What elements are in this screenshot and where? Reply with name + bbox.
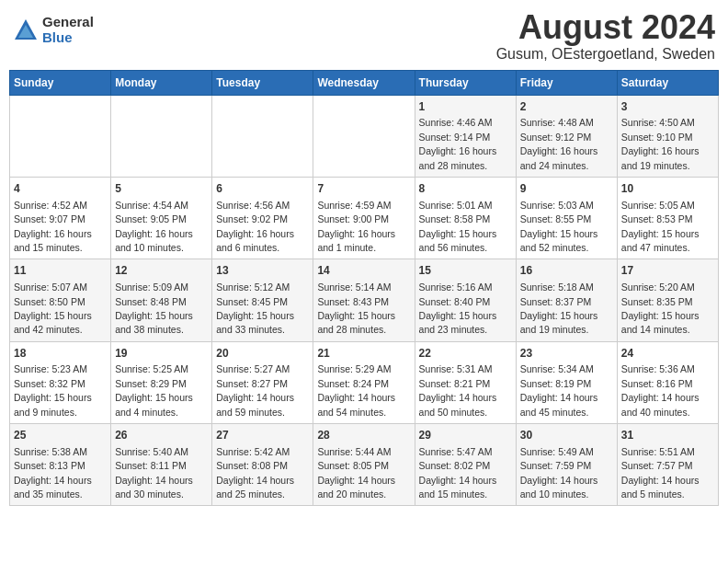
day-info: Sunrise: 5:03 AM Sunset: 8:55 PM Dayligh…: [520, 200, 598, 253]
calendar-cell: 24Sunrise: 5:36 AM Sunset: 8:16 PM Dayli…: [617, 341, 718, 423]
day-number: 10: [621, 181, 714, 197]
week-row-5: 25Sunrise: 5:38 AM Sunset: 8:13 PM Dayli…: [10, 424, 719, 506]
day-number: 4: [14, 181, 107, 197]
calendar-cell: 25Sunrise: 5:38 AM Sunset: 8:13 PM Dayli…: [10, 424, 111, 506]
day-number: 5: [115, 181, 208, 197]
calendar-cell: [212, 95, 313, 177]
day-info: Sunrise: 5:40 AM Sunset: 8:11 PM Dayligh…: [115, 446, 193, 500]
calendar-cell: 21Sunrise: 5:29 AM Sunset: 8:24 PM Dayli…: [313, 341, 415, 423]
day-info: Sunrise: 5:05 AM Sunset: 8:53 PM Dayligh…: [621, 200, 700, 253]
calendar-cell: 10Sunrise: 5:05 AM Sunset: 8:53 PM Dayli…: [617, 177, 718, 259]
week-row-3: 11Sunrise: 5:07 AM Sunset: 8:50 PM Dayli…: [10, 259, 719, 341]
day-info: Sunrise: 5:20 AM Sunset: 8:35 PM Dayligh…: [621, 282, 700, 335]
day-info: Sunrise: 5:42 AM Sunset: 8:08 PM Dayligh…: [216, 446, 294, 500]
day-info: Sunrise: 4:59 AM Sunset: 9:00 PM Dayligh…: [317, 200, 395, 253]
day-number: 7: [317, 181, 410, 197]
day-number: 21: [317, 346, 410, 362]
day-number: 24: [621, 346, 714, 362]
day-info: Sunrise: 4:50 AM Sunset: 9:10 PM Dayligh…: [621, 117, 700, 170]
calendar-cell: 6Sunrise: 4:56 AM Sunset: 9:02 PM Daylig…: [212, 177, 313, 259]
day-info: Sunrise: 5:23 AM Sunset: 8:32 PM Dayligh…: [14, 363, 92, 417]
calendar-cell: 20Sunrise: 5:27 AM Sunset: 8:27 PM Dayli…: [212, 341, 313, 423]
calendar-cell: 23Sunrise: 5:34 AM Sunset: 8:19 PM Dayli…: [516, 341, 617, 423]
day-info: Sunrise: 5:36 AM Sunset: 8:16 PM Dayligh…: [621, 363, 700, 417]
calendar-cell: 4Sunrise: 4:52 AM Sunset: 9:07 PM Daylig…: [10, 177, 111, 259]
day-info: Sunrise: 5:27 AM Sunset: 8:27 PM Dayligh…: [216, 363, 294, 417]
day-info: Sunrise: 4:52 AM Sunset: 9:07 PM Dayligh…: [14, 200, 92, 253]
day-number: 6: [216, 181, 309, 197]
day-info: Sunrise: 4:46 AM Sunset: 9:14 PM Dayligh…: [419, 117, 497, 170]
day-info: Sunrise: 5:44 AM Sunset: 8:05 PM Dayligh…: [317, 446, 395, 500]
calendar-subtitle: Gusum, OEstergoetland, Sweden: [496, 46, 715, 63]
day-info: Sunrise: 5:01 AM Sunset: 8:58 PM Dayligh…: [419, 200, 497, 253]
logo-general-text: General: [42, 15, 94, 30]
day-number: 23: [520, 346, 613, 362]
day-number: 9: [520, 181, 613, 197]
day-info: Sunrise: 5:07 AM Sunset: 8:50 PM Dayligh…: [14, 282, 92, 335]
day-info: Sunrise: 5:18 AM Sunset: 8:37 PM Dayligh…: [520, 282, 598, 335]
day-info: Sunrise: 5:14 AM Sunset: 8:43 PM Dayligh…: [317, 282, 395, 335]
day-number: 29: [419, 428, 512, 443]
calendar-cell: 19Sunrise: 5:25 AM Sunset: 8:29 PM Dayli…: [111, 341, 212, 423]
calendar-cell: [10, 95, 111, 177]
day-number: 22: [419, 346, 512, 362]
day-info: Sunrise: 5:38 AM Sunset: 8:13 PM Dayligh…: [14, 446, 92, 500]
calendar-cell: 12Sunrise: 5:09 AM Sunset: 8:48 PM Dayli…: [111, 259, 212, 341]
day-number: 12: [115, 263, 208, 279]
day-number: 30: [520, 428, 613, 443]
calendar-cell: 28Sunrise: 5:44 AM Sunset: 8:05 PM Dayli…: [313, 424, 415, 506]
header-day-sunday: Sunday: [10, 70, 111, 95]
week-row-2: 4Sunrise: 4:52 AM Sunset: 9:07 PM Daylig…: [10, 177, 719, 259]
calendar-cell: 1Sunrise: 4:46 AM Sunset: 9:14 PM Daylig…: [415, 95, 516, 177]
day-number: 13: [216, 263, 309, 279]
page-header: General Blue August 2024 Gusum, OEstergo…: [9, 9, 719, 63]
day-info: Sunrise: 5:49 AM Sunset: 7:59 PM Dayligh…: [520, 446, 598, 500]
title-block: August 2024 Gusum, OEstergoetland, Swede…: [496, 9, 715, 63]
day-info: Sunrise: 4:48 AM Sunset: 9:12 PM Dayligh…: [520, 117, 598, 170]
header-day-saturday: Saturday: [617, 70, 718, 95]
logo-blue-text: Blue: [42, 30, 94, 46]
calendar-cell: 27Sunrise: 5:42 AM Sunset: 8:08 PM Dayli…: [212, 424, 313, 506]
calendar-title: August 2024: [496, 9, 715, 46]
day-number: 2: [520, 99, 613, 115]
day-number: 19: [115, 346, 208, 362]
day-info: Sunrise: 5:31 AM Sunset: 8:21 PM Dayligh…: [419, 363, 497, 417]
day-number: 31: [621, 428, 714, 443]
day-info: Sunrise: 5:12 AM Sunset: 8:45 PM Dayligh…: [216, 282, 294, 335]
calendar-cell: 5Sunrise: 4:54 AM Sunset: 9:05 PM Daylig…: [111, 177, 212, 259]
logo-icon: [13, 17, 39, 43]
calendar-cell: 18Sunrise: 5:23 AM Sunset: 8:32 PM Dayli…: [10, 341, 111, 423]
logo: General Blue: [13, 15, 94, 45]
day-number: 3: [621, 99, 714, 115]
day-info: Sunrise: 5:51 AM Sunset: 7:57 PM Dayligh…: [621, 446, 700, 500]
day-number: 15: [419, 263, 512, 279]
week-row-1: 1Sunrise: 4:46 AM Sunset: 9:14 PM Daylig…: [10, 95, 719, 177]
header-day-thursday: Thursday: [415, 70, 516, 95]
day-number: 28: [317, 428, 410, 443]
day-info: Sunrise: 5:47 AM Sunset: 8:02 PM Dayligh…: [419, 446, 497, 500]
day-number: 20: [216, 346, 309, 362]
day-number: 27: [216, 428, 309, 443]
header-day-monday: Monday: [111, 70, 212, 95]
day-number: 25: [14, 428, 107, 443]
calendar-cell: 30Sunrise: 5:49 AM Sunset: 7:59 PM Dayli…: [516, 424, 617, 506]
calendar-cell: 3Sunrise: 4:50 AM Sunset: 9:10 PM Daylig…: [617, 95, 718, 177]
calendar-cell: 11Sunrise: 5:07 AM Sunset: 8:50 PM Dayli…: [10, 259, 111, 341]
calendar-cell: 8Sunrise: 5:01 AM Sunset: 8:58 PM Daylig…: [415, 177, 516, 259]
calendar-cell: 2Sunrise: 4:48 AM Sunset: 9:12 PM Daylig…: [516, 95, 617, 177]
calendar-cell: 14Sunrise: 5:14 AM Sunset: 8:43 PM Dayli…: [313, 259, 415, 341]
day-number: 8: [419, 181, 512, 197]
day-info: Sunrise: 5:29 AM Sunset: 8:24 PM Dayligh…: [317, 363, 395, 417]
calendar-cell: 16Sunrise: 5:18 AM Sunset: 8:37 PM Dayli…: [516, 259, 617, 341]
day-number: 11: [14, 263, 107, 279]
calendar-cell: 15Sunrise: 5:16 AM Sunset: 8:40 PM Dayli…: [415, 259, 516, 341]
calendar-cell: 7Sunrise: 4:59 AM Sunset: 9:00 PM Daylig…: [313, 177, 415, 259]
day-number: 16: [520, 263, 613, 279]
day-info: Sunrise: 5:09 AM Sunset: 8:48 PM Dayligh…: [115, 282, 193, 335]
header-day-wednesday: Wednesday: [313, 70, 415, 95]
header-row: SundayMondayTuesdayWednesdayThursdayFrid…: [10, 70, 719, 95]
calendar-cell: 22Sunrise: 5:31 AM Sunset: 8:21 PM Dayli…: [415, 341, 516, 423]
day-info: Sunrise: 5:25 AM Sunset: 8:29 PM Dayligh…: [115, 363, 193, 417]
day-number: 1: [419, 99, 512, 115]
calendar-cell: 17Sunrise: 5:20 AM Sunset: 8:35 PM Dayli…: [617, 259, 718, 341]
